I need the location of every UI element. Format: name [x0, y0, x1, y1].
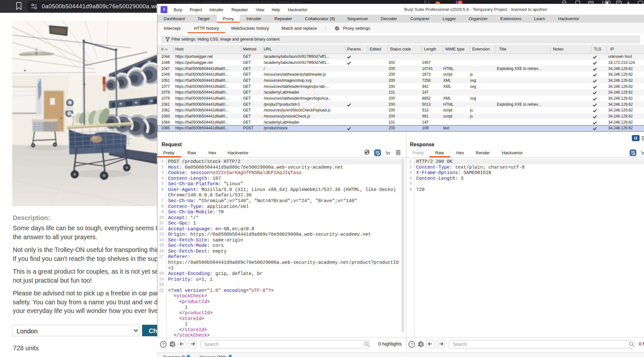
svg-text:?: ? [162, 342, 164, 347]
svg-text:?: ? [411, 342, 413, 347]
